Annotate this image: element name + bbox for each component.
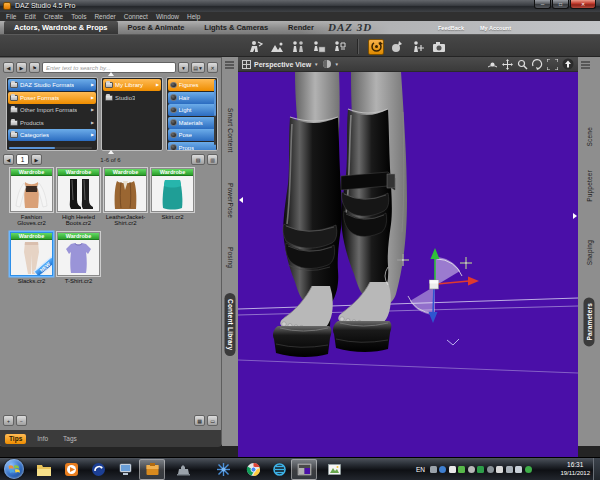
zoom-in-button[interactable]: + — [3, 415, 14, 426]
side-tab-puppeteer[interactable]: Puppeteer — [586, 170, 593, 202]
menu-help[interactable]: Help — [183, 13, 204, 20]
side-tab-content-library[interactable]: Content Library — [225, 293, 236, 356]
tab-tips[interactable]: Tips — [5, 434, 26, 444]
side-tab-scene[interactable]: Scene — [586, 127, 593, 146]
tree-row-categories[interactable]: Categories▶ — [8, 129, 96, 141]
taskbar-item-daz-install-manager[interactable] — [139, 459, 165, 480]
viewport-canvas[interactable] — [238, 72, 578, 457]
start-button[interactable] — [4, 459, 24, 479]
tray-icon-app7[interactable] — [487, 466, 494, 473]
tree-row-poser-formats[interactable]: Poser Formats▶ — [8, 92, 96, 104]
asset-card-high-heeled-boots[interactable]: Wardrobe High Heeled Boots.cr2 — [57, 168, 100, 227]
page-flip-button[interactable]: ▭ — [207, 415, 218, 426]
tree-row-materials[interactable]: Materials — [168, 117, 216, 129]
side-tab-shaping[interactable]: Shaping — [586, 240, 593, 265]
tab-actors-wardrobe-props[interactable]: Actors, Wardrobe & Props — [4, 21, 118, 34]
tree-row-daz-studio-formats[interactable]: DAZ Studio Formats▶ — [8, 79, 96, 91]
home-view-icon[interactable] — [562, 58, 574, 70]
my-account-link[interactable]: My Account — [480, 25, 511, 31]
pan-tool-icon[interactable] — [502, 59, 513, 70]
tray-icon-app4[interactable] — [458, 466, 465, 473]
rotate-view-icon[interactable] — [532, 59, 543, 70]
dock-pin-icon[interactable] — [225, 61, 234, 69]
maximize-button[interactable]: □ — [552, 0, 569, 9]
zoom-out-button[interactable]: − — [16, 415, 27, 426]
asset-card-leatherjacket-shirt[interactable]: Wardrobe LeatherJacket- Shirt.cr2 — [104, 168, 147, 227]
menu-create[interactable]: Create — [40, 13, 68, 20]
tree-row-products[interactable]: Products▶ — [8, 117, 96, 129]
orbit-tool-icon[interactable] — [487, 59, 498, 70]
menu-window[interactable]: Window — [152, 13, 183, 20]
drawstyle-sphere-icon[interactable] — [322, 59, 332, 69]
tray-volume-icon[interactable] — [515, 466, 522, 473]
side-tab-powerpose[interactable]: PowerPose — [227, 183, 234, 218]
chevron-down-icon[interactable]: ▼ — [314, 62, 318, 67]
grid-options-button[interactable]: ▥ — [207, 154, 218, 165]
tab-pose-animate[interactable]: Pose & Animate — [118, 21, 195, 34]
dock-pin-icon[interactable] — [581, 61, 590, 69]
taskbar-item-daz-studio[interactable] — [291, 459, 317, 480]
menu-file[interactable]: File — [2, 13, 20, 20]
thumb-size-toggle[interactable]: ▧ — [191, 154, 205, 165]
chevron-down-icon[interactable]: ▼ — [335, 62, 339, 67]
tray-flag-icon[interactable] — [496, 466, 503, 473]
taskbar-item-photo-viewer[interactable] — [321, 459, 347, 480]
tray-language[interactable]: EN — [416, 466, 425, 473]
clear-search-button[interactable]: ✕ — [207, 62, 218, 73]
tray-icon-app2[interactable] — [439, 466, 446, 473]
taskbar-item-utility[interactable] — [170, 459, 196, 480]
menu-render[interactable]: Render — [90, 13, 119, 20]
people-group-icon[interactable] — [290, 39, 306, 55]
show-desktop-button[interactable] — [593, 458, 600, 480]
search-filter-button[interactable]: ▼ — [178, 62, 189, 73]
tree-row-figures[interactable]: Figures — [168, 79, 216, 91]
tray-icon-app3[interactable] — [449, 466, 456, 473]
tree-row-my-library[interactable]: My Library▶ — [103, 79, 161, 91]
tray-clock[interactable]: 16:31 19/11/2012 — [560, 461, 590, 477]
asset-card-t-shirt[interactable]: Wardrobe T-Shirt.cr2 — [57, 232, 100, 284]
taskbar-item-monitor-app[interactable] — [112, 459, 138, 480]
tree-row-light[interactable]: Light — [168, 104, 216, 116]
figure-crate-icon[interactable] — [311, 39, 327, 55]
rotate-tool-icon[interactable] — [368, 39, 384, 55]
tab-tags[interactable]: Tags — [59, 434, 81, 444]
scenery-icon[interactable] — [269, 39, 285, 55]
tree-row-studio3[interactable]: Studio3 — [103, 92, 161, 104]
tree-row-props[interactable]: Props — [168, 142, 216, 152]
frame-view-icon[interactable] — [547, 59, 558, 70]
view-options-button[interactable]: ▤▼ — [191, 62, 205, 73]
tab-lights-cameras[interactable]: Lights & Cameras — [194, 21, 278, 34]
splitter-arrow[interactable] — [108, 72, 114, 76]
tray-icon-app1[interactable] — [430, 466, 437, 473]
tray-network-icon[interactable] — [506, 466, 513, 473]
figure-add-icon[interactable] — [410, 39, 426, 55]
tray-icon-app5[interactable] — [468, 466, 475, 473]
figure-dolly-icon[interactable] — [332, 39, 348, 55]
menu-edit[interactable]: Edit — [20, 13, 39, 20]
taskbar-item-explorer[interactable] — [31, 459, 57, 480]
tree-hscrollbar[interactable] — [9, 147, 92, 150]
tray-icon-app6[interactable] — [477, 466, 484, 473]
tree-row-other-import-formats[interactable]: Other Import Formats▶ — [8, 104, 96, 116]
page-view-button[interactable]: ▩ — [194, 415, 205, 426]
minimize-button[interactable]: ─ — [534, 0, 551, 9]
tree-row-pose[interactable]: Pose — [168, 129, 216, 141]
menu-connect[interactable]: Connect — [120, 13, 152, 20]
taskbar-item-messenger[interactable] — [85, 459, 111, 480]
zoom-tool-icon[interactable] — [517, 59, 528, 70]
side-tab-parameters[interactable]: Parameters — [584, 297, 595, 346]
taskbar-item-internet-explorer[interactable] — [266, 459, 292, 480]
tab-info[interactable]: Info — [33, 434, 52, 444]
close-button[interactable]: ✕ — [570, 0, 596, 9]
taskbar-item-chrome[interactable] — [240, 459, 266, 480]
tree-vscrollbar[interactable] — [214, 80, 217, 145]
pose-figure-icon[interactable] — [248, 39, 264, 55]
camera-selector[interactable]: Perspective View — [254, 61, 311, 68]
tree-row-hair[interactable]: Hair — [168, 92, 216, 104]
nav-back-button[interactable]: ◀ — [3, 62, 14, 73]
menu-tools[interactable]: Tools — [67, 13, 90, 20]
tray-security-icon[interactable] — [525, 466, 532, 473]
asset-card-fashion-gloves[interactable]: Wardrobe Fashion Gloves.cr2 — [10, 168, 53, 227]
bookmark-button[interactable]: ⚑ — [29, 62, 40, 73]
taskbar-item-snowflake-app[interactable] — [210, 459, 236, 480]
